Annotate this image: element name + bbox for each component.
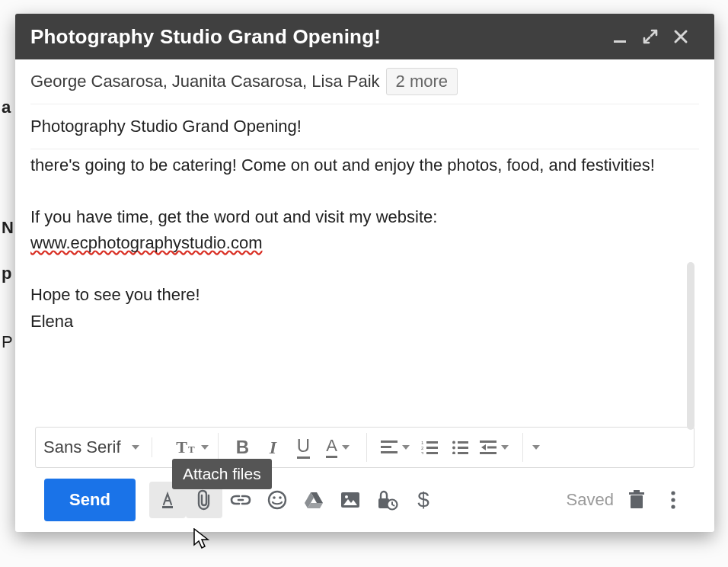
compose-window: Photography Studio Grand Opening! George…: [15, 14, 714, 532]
align-left-icon: [381, 440, 398, 454]
dollar-icon: $: [417, 488, 429, 512]
svg-point-30: [345, 495, 348, 498]
insert-money-button[interactable]: $: [405, 482, 442, 518]
svg-rect-7: [426, 441, 438, 444]
bg-letter: P: [0, 332, 13, 352]
svg-rect-33: [631, 495, 643, 508]
svg-point-11: [452, 447, 455, 450]
more-vertical-icon: [670, 490, 676, 510]
svg-rect-21: [162, 506, 173, 508]
svg-text:3: 3: [421, 451, 424, 454]
insert-photo-button[interactable]: [332, 482, 369, 518]
font-family-label: Sans Serif: [43, 437, 121, 457]
formatting-toolbar: Sans Serif TT B I U A: [35, 427, 694, 468]
indent-button[interactable]: [475, 433, 513, 462]
recipients-more-chip[interactable]: 2 more: [386, 68, 458, 95]
text-color-icon: A: [326, 437, 337, 458]
subject-text: Photography Studio Grand Opening!: [30, 117, 302, 136]
confidential-mode-button[interactable]: [369, 482, 405, 518]
drive-icon: [302, 490, 325, 510]
image-icon: [340, 491, 361, 509]
svg-rect-14: [458, 447, 468, 449]
bullet-list-icon: [452, 440, 468, 454]
font-size-button[interactable]: TT: [171, 433, 201, 462]
svg-rect-35: [634, 490, 640, 492]
emoji-icon: [267, 489, 288, 511]
svg-point-12: [452, 452, 455, 455]
svg-point-38: [671, 505, 675, 508]
message-body[interactable]: there's going to be catering! Come on ou…: [30, 149, 699, 427]
svg-rect-0: [614, 40, 626, 43]
bold-button[interactable]: B: [228, 433, 258, 462]
svg-marker-17: [481, 444, 486, 450]
minimize-icon: [612, 29, 627, 44]
underline-icon: U: [297, 437, 310, 459]
svg-text:1: 1: [421, 440, 424, 445]
svg-point-36: [671, 491, 675, 495]
insert-drive-button[interactable]: [295, 482, 332, 518]
svg-point-24: [279, 496, 282, 499]
align-button[interactable]: [376, 433, 414, 462]
more-formatting-caret[interactable]: [532, 445, 540, 450]
bg-letter: a: [0, 98, 11, 117]
caret-down-icon: [501, 445, 509, 450]
minimize-button[interactable]: [605, 21, 635, 52]
send-button[interactable]: Send: [44, 479, 136, 521]
svg-rect-13: [458, 441, 468, 444]
body-url[interactable]: www.ecphotographystudio.com: [30, 233, 263, 252]
caret-down-icon: [132, 445, 139, 450]
close-icon: [673, 29, 688, 44]
lock-clock-icon: [375, 489, 398, 511]
link-icon: [229, 492, 252, 508]
italic-icon: I: [270, 437, 276, 458]
scrollbar[interactable]: [687, 262, 694, 430]
recipients-names: George Casarosa, Juanita Casarosa, Lisa …: [30, 72, 380, 91]
expand-icon: [642, 28, 659, 45]
text-color-button[interactable]: A: [319, 433, 357, 462]
bg-letter: N: [0, 218, 14, 238]
font-family-picker[interactable]: Sans Serif: [43, 437, 152, 457]
svg-point-37: [671, 498, 675, 501]
svg-rect-18: [487, 447, 497, 449]
body-line: Hope to see you there!: [30, 282, 669, 308]
italic-button[interactable]: I: [258, 433, 289, 462]
svg-text:2: 2: [421, 446, 424, 450]
body-line: If you have time, get the word out and v…: [30, 204, 669, 230]
caret-down-icon: [402, 445, 410, 450]
numbered-list-icon: 1 2 3: [421, 440, 438, 454]
discard-draft-button[interactable]: [618, 482, 655, 518]
svg-rect-19: [480, 452, 497, 454]
body-signoff: Elena: [30, 309, 669, 335]
bottom-toolbar: Send: [30, 468, 699, 532]
bold-icon: B: [236, 437, 249, 458]
svg-rect-2: [381, 446, 391, 448]
tooltip: Attach files: [172, 459, 272, 489]
svg-point-10: [452, 441, 455, 444]
font-size-icon: TT: [176, 437, 194, 457]
svg-rect-34: [629, 492, 644, 495]
svg-rect-16: [480, 440, 497, 443]
more-options-button[interactable]: [655, 482, 691, 518]
svg-point-22: [269, 492, 286, 508]
saved-label: Saved: [567, 490, 614, 510]
svg-rect-8: [426, 447, 438, 449]
underline-button[interactable]: U: [289, 433, 319, 462]
trash-icon: [627, 489, 646, 511]
bullet-list-button[interactable]: [445, 433, 475, 462]
compose-title: Photography Studio Grand Opening!: [30, 25, 605, 49]
compose-titlebar: Photography Studio Grand Opening!: [15, 14, 714, 59]
recipients-row[interactable]: George Casarosa, Juanita Casarosa, Lisa …: [30, 59, 699, 104]
body-line: there's going to be catering! Come on ou…: [30, 152, 669, 178]
caret-down-icon[interactable]: [201, 445, 209, 450]
bg-letter: p: [0, 264, 11, 284]
popout-button[interactable]: [635, 21, 666, 52]
numbered-list-button[interactable]: 1 2 3: [414, 433, 445, 462]
svg-rect-15: [458, 452, 468, 454]
indent-less-icon: [480, 440, 497, 454]
caret-down-icon: [342, 445, 350, 450]
close-button[interactable]: [666, 21, 696, 52]
svg-rect-3: [381, 451, 398, 453]
subject-row[interactable]: Photography Studio Grand Opening!: [30, 104, 699, 149]
text-format-icon: [157, 489, 178, 511]
svg-rect-9: [426, 452, 438, 454]
